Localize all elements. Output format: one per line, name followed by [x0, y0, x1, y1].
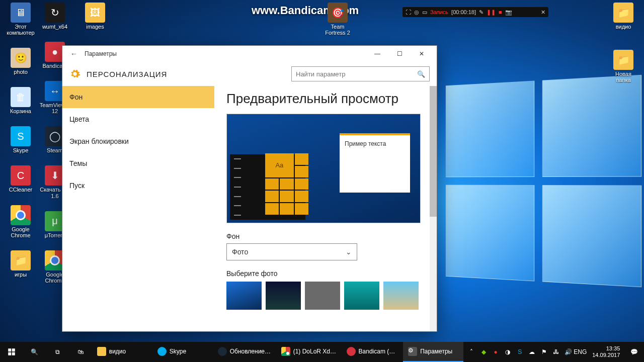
- taskbar-item-steam[interactable]: Обновление ...: [213, 342, 276, 362]
- tray-security-icon[interactable]: ◆: [479, 348, 488, 356]
- desktop-icon-games-folder[interactable]: 📁игры: [5, 250, 36, 278]
- tray-defender-icon[interactable]: ⚑: [540, 348, 548, 356]
- taskbar-label: видио: [109, 348, 126, 355]
- desktop-icon-chrome[interactable]: Google Chrome: [5, 205, 36, 238]
- bandicam-window-icon[interactable]: ▭: [422, 9, 427, 16]
- action-center-button[interactable]: 💬: [624, 342, 644, 362]
- preview-tile-aa: Aa: [265, 153, 294, 177]
- taskbar-item-chrome[interactable]: (1) DoLoR Xd ...: [276, 342, 342, 362]
- search-placeholder: Найти параметр: [296, 70, 345, 78]
- settings-sidebar: Фон Цвета Экран блокировки Темы Пуск: [62, 86, 214, 331]
- search-input[interactable]: Найти параметр 🔍: [291, 66, 430, 81]
- desktop-icon-photo[interactable]: 🙂photo: [5, 48, 36, 75]
- minimize-button[interactable]: ―: [366, 46, 388, 61]
- window-title: Параметры: [85, 50, 117, 57]
- tray-bandicam-icon[interactable]: ●: [492, 348, 500, 356]
- dropdown-value: Фото: [232, 248, 248, 256]
- photo-thumb-2[interactable]: [266, 282, 301, 310]
- icon-label: игры: [15, 272, 27, 278]
- taskbar-label: Skype: [170, 348, 186, 355]
- desktop-icon-images-folder[interactable]: 🖼images: [79, 3, 111, 30]
- desktop-icon-video-folder[interactable]: 📁видио: [608, 3, 639, 30]
- bandicam-stop-icon[interactable]: ■: [499, 9, 502, 15]
- category-title: ПЕРСОНАЛИЗАЦИЯ: [87, 70, 167, 78]
- tray-language[interactable]: ENG: [576, 348, 584, 356]
- taskbar-label: Параметры: [420, 348, 452, 355]
- photo-thumb-1[interactable]: [226, 282, 262, 310]
- bandicam-camera-icon[interactable]: 📷: [505, 9, 512, 16]
- tray-network-icon[interactable]: 🖧: [552, 348, 560, 356]
- bandicam-target-icon[interactable]: ◎: [414, 9, 419, 16]
- preview-sample-window: Пример текста: [340, 133, 410, 193]
- clock-date: 14.09.2017: [592, 352, 620, 358]
- icon-label: Google Chrome: [5, 226, 36, 238]
- photo-thumb-4[interactable]: [344, 282, 379, 310]
- tray-volume-icon[interactable]: 🔊: [564, 348, 572, 356]
- bandicam-toolbar[interactable]: ⛶ ◎ ▭ Запись [00:00:18] ✎ ❚❚ ■ 📷 ✕: [403, 7, 548, 17]
- settings-header: ПЕРСОНАЛИЗАЦИЯ Найти параметр 🔍: [62, 62, 437, 86]
- icon-label: Team Fortress 2: [322, 24, 353, 36]
- photo-thumb-3[interactable]: [305, 282, 340, 310]
- nav-colors[interactable]: Цвета: [62, 108, 214, 130]
- taskbar: 🔍 ⧉ 🛍 видио Skype Обновление ... (1) DoL…: [0, 342, 644, 362]
- icon-label: images: [86, 24, 104, 30]
- tray-steam-icon[interactable]: ◑: [504, 348, 512, 356]
- taskbar-item-video[interactable]: видио: [92, 342, 152, 362]
- nav-themes[interactable]: Темы: [62, 152, 214, 174]
- icon-label: Новая папка: [608, 71, 639, 83]
- content-scrollbar[interactable]: [430, 86, 437, 331]
- system-tray[interactable]: ˄ ◆ ● ◑ S ☁ ⚑ 🖧 🔊 ENG: [463, 342, 588, 362]
- desktop-icon-this-pc[interactable]: 🖥Этот компьютер: [5, 3, 36, 36]
- nav-lockscreen[interactable]: Экран блокировки: [62, 130, 214, 152]
- taskbar-item-settings[interactable]: ⚙Параметры: [403, 342, 463, 362]
- desktop-icon-wumt[interactable]: ↻wumt_x64: [39, 3, 70, 30]
- desktop-icon-skype[interactable]: SSkype: [5, 126, 36, 153]
- bandicam-time: [00:00:18]: [451, 9, 476, 15]
- tray-skype-icon[interactable]: S: [516, 348, 524, 356]
- close-button[interactable]: ✕: [411, 46, 433, 61]
- taskbar-item-bandicam[interactable]: Bandicam (H...: [342, 342, 404, 362]
- icon-label: Skype: [13, 147, 29, 153]
- background-dropdown[interactable]: Фото ⌄: [226, 243, 357, 260]
- back-button[interactable]: ←: [66, 50, 82, 58]
- bandicam-close-icon[interactable]: ✕: [541, 9, 545, 16]
- settings-content: Предварительный просмотр Aa Пример текст…: [214, 86, 437, 331]
- icon-label: Steam: [47, 147, 63, 153]
- preview-start-menu: Aa: [230, 154, 305, 220]
- photo-thumbnails: [226, 282, 425, 310]
- taskbar-item-skype[interactable]: Skype: [152, 342, 213, 362]
- bandicam-pause-icon[interactable]: ❚❚: [487, 9, 496, 16]
- icon-label: photo: [14, 69, 28, 75]
- desktop-preview: Aa Пример текста: [226, 114, 421, 223]
- icon-label: Этот компьютер: [5, 24, 36, 36]
- store-button[interactable]: 🛍: [69, 342, 92, 362]
- settings-window: ← Параметры ― ☐ ✕ ПЕРСОНАЛИЗАЦИЯ Найти п…: [62, 45, 437, 332]
- window-titlebar[interactable]: ← Параметры ― ☐ ✕: [62, 46, 437, 62]
- chevron-down-icon: ⌄: [346, 248, 352, 256]
- desktop-icon-ccleaner[interactable]: CCCleaner: [5, 165, 36, 193]
- search-button[interactable]: 🔍: [23, 342, 46, 362]
- clock-time: 13:35: [606, 345, 620, 352]
- choose-photo-label: Выберите фото: [226, 269, 425, 278]
- icon-label: Корзина: [10, 108, 31, 114]
- nav-background[interactable]: Фон: [62, 86, 214, 108]
- desktop-icon-recycle-bin[interactable]: 🗑Корзина: [5, 87, 36, 114]
- icon-label: CCleaner: [9, 187, 32, 193]
- desktop-icon-new-folder[interactable]: 📁Новая папка: [608, 50, 639, 83]
- taskbar-label: Bandicam (H...: [359, 348, 398, 355]
- tray-onedrive-icon[interactable]: ☁: [528, 348, 536, 356]
- tray-up-icon[interactable]: ˄: [467, 348, 475, 356]
- taskbar-label: Обновление ...: [230, 348, 271, 355]
- taskbar-clock[interactable]: 13:35 14.09.2017: [588, 342, 624, 362]
- photo-thumb-5[interactable]: [383, 282, 419, 310]
- maximize-button[interactable]: ☐: [388, 46, 411, 61]
- nav-start[interactable]: Пуск: [62, 174, 214, 197]
- bandicam-status: Запись: [430, 9, 448, 15]
- background-label: Фон: [226, 232, 425, 240]
- search-icon: 🔍: [417, 70, 425, 78]
- bandicam-pencil-icon[interactable]: ✎: [479, 9, 484, 16]
- task-view-button[interactable]: ⧉: [46, 342, 69, 362]
- desktop-icon-tf2[interactable]: 🎯Team Fortress 2: [322, 3, 353, 36]
- bandicam-fullscreen-icon[interactable]: ⛶: [406, 9, 411, 15]
- start-button[interactable]: [0, 342, 23, 362]
